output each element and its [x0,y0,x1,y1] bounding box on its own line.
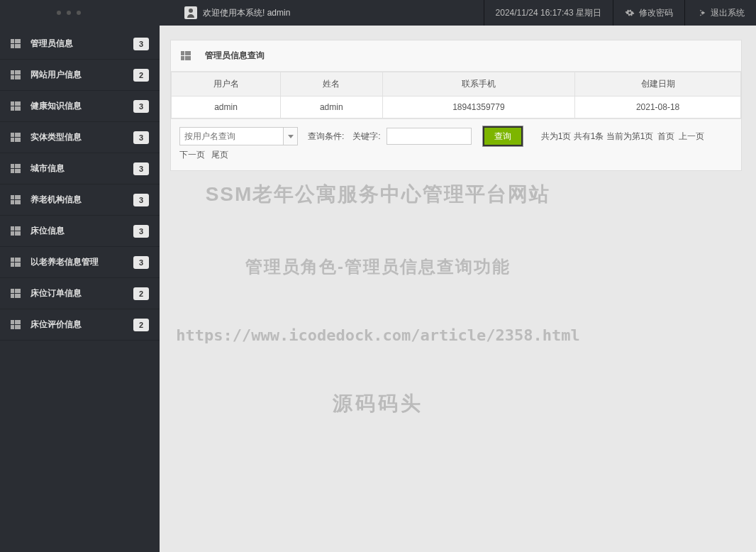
sidebar-item-label: 健康知识信息 [30,100,133,112]
table-cell: 2021-08-18 [575,96,741,118]
grid-icon [11,195,21,205]
datetime-text: 2024/11/24 16:17:43 星期日 [496,7,601,19]
sidebar-item-badge: 2 [133,287,149,300]
logout-button[interactable]: 退出系统 [684,0,756,26]
table-cell: admin [172,96,281,118]
sidebar-item-badge: 3 [133,256,149,269]
table-row[interactable]: adminadmin189413597792021-08-18 [172,96,741,118]
welcome-text: 欢迎使用本系统! admin [203,7,290,19]
table-header: 联系手机 [382,72,575,96]
grid-icon [11,258,21,267]
keyword-label: 关键字: [352,128,380,145]
sidebar-menu: 管理员信息3网站用户信息2健康知识信息3实体类型信息3城市信息3养老机构信息3床… [0,26,160,341]
panel-title: 管理员信息查询 [205,50,265,62]
search-type-combo[interactable] [179,127,298,145]
pager-first[interactable]: 首页 [657,128,674,145]
condition-label: 查询条件: [308,128,344,145]
grid-icon [11,226,21,236]
main-content: 管理员信息查询 用户名姓名联系手机创建日期 adminadmin18941359… [170,26,756,171]
change-password-button[interactable]: 修改密码 [613,0,684,26]
panel-header: 管理员信息查询 [171,40,741,72]
sidebar-item-label: 以老养老信息管理 [30,256,133,268]
sidebar-item-label: 城市信息 [30,162,133,175]
sidebar-item-badge: 3 [133,100,149,113]
query-bar: 查询条件: 关键字: 查询 共为1页 共有1条 当前为第1页 首页 上一页 下一… [171,118,741,170]
window-dot [67,11,71,15]
pager-last[interactable]: 尾页 [211,150,228,160]
pager-prev[interactable]: 上一页 [679,128,704,145]
window-controls [0,0,160,26]
grid-icon [11,164,21,174]
grid-icon [11,101,21,111]
grid-icon [11,70,21,80]
sidebar-item-badge: 2 [133,69,149,82]
sidebar-item-5[interactable]: 养老机构信息3 [0,184,160,216]
user-icon [184,6,197,19]
topbar-right: 2024/11/24 16:17:43 星期日 修改密码 退出系统 [484,0,756,26]
sidebar-item-label: 实体类型信息 [30,131,133,143]
admin-query-panel: 管理员信息查询 用户名姓名联系手机创建日期 adminadmin18941359… [170,40,742,171]
sidebar-item-label: 床位评价信息 [30,319,133,331]
sidebar: 管理员信息3网站用户信息2健康知识信息3实体类型信息3城市信息3养老机构信息3床… [0,0,160,552]
datetime-display: 2024/11/24 16:17:43 星期日 [484,0,613,26]
sidebar-item-label: 养老机构信息 [30,194,133,206]
sidebar-item-3[interactable]: 实体类型信息3 [0,122,160,153]
table-cell: admin [281,96,383,118]
grid-icon [11,289,21,299]
keyword-input[interactable] [387,128,472,145]
sidebar-item-badge: 3 [133,194,149,206]
sidebar-item-badge: 2 [133,319,149,331]
sidebar-item-badge: 3 [133,225,149,238]
logout-icon [696,8,706,18]
sidebar-item-badge: 3 [133,162,149,175]
table-header: 创建日期 [575,72,741,96]
sidebar-item-badge: 3 [133,131,149,144]
grid-icon [181,51,191,61]
search-button[interactable]: 查询 [483,126,523,146]
sidebar-item-label: 网站用户信息 [30,69,133,81]
sidebar-item-label: 床位信息 [30,225,133,237]
combo-dropdown-button[interactable] [283,128,297,145]
table-header: 姓名 [281,72,383,96]
sidebar-item-label: 床位订单信息 [30,287,133,299]
pager-next[interactable]: 下一页 [179,150,205,160]
sidebar-item-8[interactable]: 床位订单信息2 [0,278,160,309]
logout-label: 退出系统 [711,7,745,19]
table-cell: 18941359779 [382,96,575,118]
admin-table: 用户名姓名联系手机创建日期 adminadmin189413597792021-… [171,72,741,118]
sidebar-item-1[interactable]: 网站用户信息2 [0,60,160,91]
sidebar-item-7[interactable]: 以老养老信息管理3 [0,247,160,278]
change-password-label: 修改密码 [639,7,673,19]
search-type-input[interactable] [180,128,283,145]
grid-icon [11,133,21,143]
pager-summary: 共为1页 共有1条 当前为第1页 [541,128,654,145]
sidebar-item-9[interactable]: 床位评价信息2 [0,309,160,341]
window-dot [57,11,61,15]
sidebar-item-0[interactable]: 管理员信息3 [0,28,160,60]
table-header: 用户名 [172,72,281,96]
grid-icon [11,320,21,330]
sidebar-item-badge: 3 [133,38,149,50]
sidebar-item-4[interactable]: 城市信息3 [0,153,160,184]
chevron-down-icon [288,135,294,138]
topbar-left: 欢迎使用本系统! admin [170,6,484,19]
window-dot [77,11,81,15]
sidebar-item-6[interactable]: 床位信息3 [0,216,160,247]
sidebar-item-label: 管理员信息 [30,38,133,50]
gear-icon [625,8,635,18]
sidebar-item-2[interactable]: 健康知识信息3 [0,91,160,122]
grid-icon [11,39,21,49]
